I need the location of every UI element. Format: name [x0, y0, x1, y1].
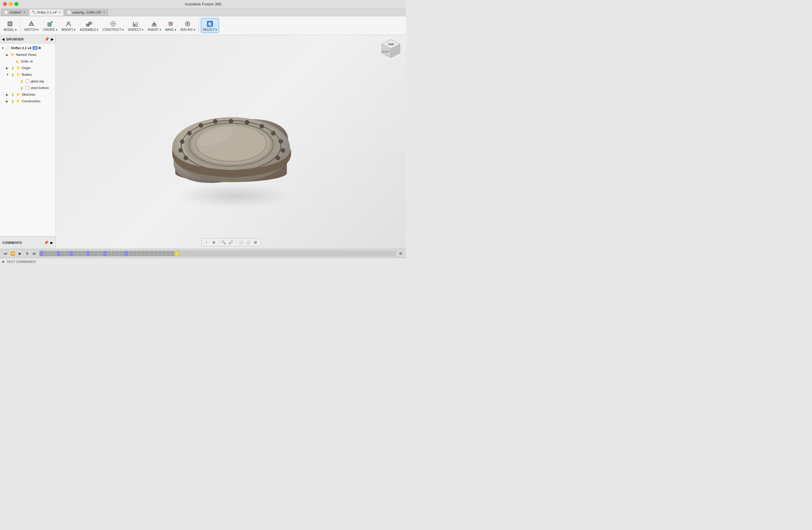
- toolbar-modify-label: MODIFY ▾: [61, 28, 75, 31]
- tree-origin[interactable]: ▶ 💡 📁 Origin: [0, 65, 56, 71]
- timeline-marker[interactable]: [145, 251, 149, 256]
- timeline-marker[interactable]: [154, 251, 158, 256]
- tree-root[interactable]: ▼ 📄 Drifter 2.1 v4 v4 ⚙: [0, 45, 56, 51]
- timeline-marker[interactable]: [120, 251, 124, 256]
- timeline-marker[interactable]: [82, 251, 86, 256]
- viewport[interactable]: TOP FRONT ↕ ⊕ 🔍 🔎 ⬜ ⬜ ⊞: [56, 35, 406, 249]
- timeline-track[interactable]: [39, 251, 396, 256]
- display-grid-icon[interactable]: ⊞: [252, 239, 259, 246]
- timeline-marker[interactable]: [78, 251, 82, 256]
- timeline-marker[interactable]: [166, 251, 170, 256]
- toolbar-add-ins[interactable]: ADD-INS ▾: [178, 18, 197, 32]
- toolbar-inspect[interactable]: INSPECT ▾: [126, 18, 145, 32]
- timeline-start-icon[interactable]: ⏮: [2, 251, 9, 256]
- svg-rect-17: [135, 23, 136, 26]
- make-icon: [166, 19, 175, 28]
- display-mode-icon[interactable]: ⬜: [238, 239, 244, 246]
- timeline-marker[interactable]: [57, 251, 60, 256]
- tab-watertight[interactable]: 📄 watertig...CAM v29* ✕: [64, 9, 108, 16]
- browser-expand-icon[interactable]: ▶: [51, 37, 54, 41]
- tab-close-drifter[interactable]: ✕: [59, 11, 61, 14]
- tree-steel-bottom[interactable]: 💡 steel bottom: [0, 84, 56, 91]
- settings-icon[interactable]: ⚙: [38, 46, 41, 50]
- orientation-cube[interactable]: TOP FRONT: [379, 38, 403, 62]
- toolbar-sketch[interactable]: SKETCH ▾: [22, 18, 40, 32]
- text-commands-bar: ▶ TEXT COMMANDS: [0, 258, 406, 265]
- timeline-marker[interactable]: [107, 251, 111, 256]
- timeline-end-icon[interactable]: ⏭: [31, 251, 38, 256]
- browser-pin-icon[interactable]: 📌: [45, 37, 49, 41]
- tab-label: watertig...CAM v29*: [72, 11, 102, 14]
- timeline-current-marker[interactable]: [175, 251, 178, 256]
- timeline-marker[interactable]: [74, 251, 77, 256]
- tree-named-views[interactable]: ▶ 📁 Named Views: [0, 51, 56, 58]
- display-mode2-icon[interactable]: ⬜: [245, 239, 251, 246]
- timeline-marker[interactable]: [141, 251, 145, 256]
- toolbar-insert[interactable]: INSERT ▾: [146, 18, 163, 32]
- timeline-marker[interactable]: [158, 251, 162, 256]
- minimize-button[interactable]: [9, 2, 13, 6]
- timeline-marker[interactable]: [137, 251, 141, 256]
- timeline-play-icon[interactable]: ▶: [17, 251, 23, 256]
- timeline-marker[interactable]: [171, 251, 174, 256]
- tree-sketches[interactable]: ▶ 💡 📁 Sketches: [0, 91, 56, 98]
- close-button[interactable]: [3, 2, 7, 6]
- timeline-marker[interactable]: [129, 251, 132, 256]
- timeline-marker[interactable]: [90, 251, 94, 256]
- toolbar-construct[interactable]: CONSTRUCT ▾: [101, 18, 126, 32]
- timeline-marker[interactable]: [103, 251, 107, 256]
- tree-construction[interactable]: ▶ 💡 📁 Construction: [0, 98, 56, 104]
- tab-close-watertight[interactable]: ✕: [103, 11, 105, 14]
- construction-light-icon: 💡: [10, 99, 15, 103]
- tree-bodies[interactable]: ▼ 💡 📁 Bodies: [0, 71, 56, 78]
- svg-point-42: [245, 120, 249, 124]
- vp-sep1: [219, 240, 219, 245]
- maximize-button[interactable]: [14, 2, 18, 6]
- tab-icon: 📄: [67, 10, 71, 14]
- tab-label: Untitled*: [9, 11, 22, 14]
- timeline-pause-icon[interactable]: ⏸: [24, 251, 30, 256]
- timeline-marker[interactable]: [53, 251, 56, 256]
- toolbar-modify[interactable]: MODIFY ▾: [60, 18, 77, 32]
- svg-point-44: [271, 131, 275, 135]
- timeline-marker[interactable]: [40, 251, 43, 256]
- timeline-marker[interactable]: [162, 251, 166, 256]
- toolbar-select[interactable]: SELECT ▾: [201, 18, 219, 33]
- comments-pin-icon[interactable]: 📌: [44, 240, 48, 245]
- timeline-marker[interactable]: [86, 251, 90, 256]
- traffic-lights: [3, 2, 18, 6]
- timeline-marker[interactable]: [99, 251, 103, 256]
- timeline-marker[interactable]: [61, 251, 64, 256]
- timeline-marker[interactable]: [44, 251, 48, 256]
- zoom-icon[interactable]: 🔎: [228, 239, 234, 246]
- timeline-prev-icon[interactable]: ⏪: [10, 251, 16, 256]
- timeline-settings-icon[interactable]: ⚙: [397, 251, 404, 256]
- zoom-extents-icon[interactable]: 🔍: [221, 239, 227, 246]
- units-icon: 📐: [15, 59, 20, 64]
- timeline-marker[interactable]: [116, 251, 119, 256]
- tab-drifter[interactable]: 🔧 Drifter 2.1 v4* ✕: [29, 9, 64, 16]
- timeline-marker[interactable]: [124, 251, 128, 256]
- collapse-browser-icon[interactable]: ◀: [2, 37, 4, 41]
- timeline-marker[interactable]: [150, 251, 153, 256]
- toolbar-assemble[interactable]: ASSEMBLE ▾: [78, 18, 100, 32]
- tab-close-untitled[interactable]: ✕: [23, 11, 26, 14]
- timeline-marker[interactable]: [95, 251, 98, 256]
- sketches-light-icon: 💡: [10, 92, 15, 97]
- toolbar-model[interactable]: MODEL ▾: [2, 18, 18, 32]
- pan-icon[interactable]: ↕: [204, 239, 209, 246]
- comments-expand-icon[interactable]: ▶: [50, 240, 53, 245]
- tree-glass-top[interactable]: 💡 glass top: [0, 78, 56, 84]
- timeline-marker[interactable]: [48, 251, 52, 256]
- comments-title: COMMENTS: [2, 241, 42, 245]
- timeline-marker[interactable]: [112, 251, 115, 256]
- orbit-icon[interactable]: ⊕: [211, 239, 217, 246]
- timeline-marker[interactable]: [65, 251, 69, 256]
- toolbar-make[interactable]: MAKE ▾: [163, 18, 178, 32]
- svg-point-52: [178, 148, 183, 152]
- timeline-marker[interactable]: [69, 251, 73, 256]
- tab-untitled[interactable]: 📄 Untitled* ✕: [1, 9, 28, 16]
- tab-icon: 🔧: [32, 10, 36, 14]
- timeline-marker[interactable]: [133, 251, 136, 256]
- toolbar-create[interactable]: CREATE ▾: [41, 18, 59, 32]
